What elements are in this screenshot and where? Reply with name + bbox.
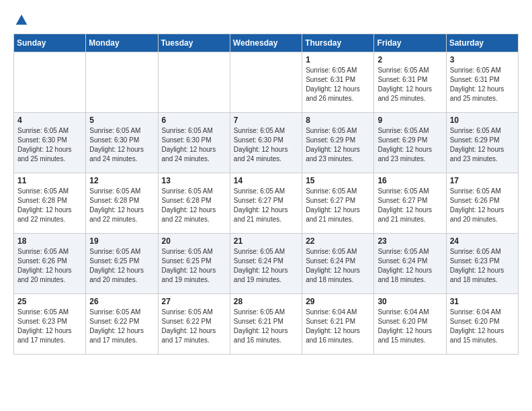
day-number: 10 <box>450 116 515 125</box>
day-cell: 23Sunrise: 6:05 AM Sunset: 6:24 PM Dayli… <box>374 234 446 294</box>
day-cell <box>230 52 302 113</box>
day-detail: Sunrise: 6:05 AM Sunset: 6:30 PM Dayligh… <box>234 126 298 164</box>
day-number: 30 <box>378 297 442 306</box>
day-detail: Sunrise: 6:04 AM Sunset: 6:20 PM Dayligh… <box>450 308 515 345</box>
day-cell: 4Sunrise: 6:05 AM Sunset: 6:30 PM Daylig… <box>14 113 86 173</box>
header-cell-wednesday: Wednesday <box>230 34 302 52</box>
day-number: 18 <box>17 236 82 246</box>
header-cell-friday: Friday <box>374 34 446 52</box>
day-number: 11 <box>17 176 82 185</box>
day-detail: Sunrise: 6:05 AM Sunset: 6:22 PM Dayligh… <box>162 308 226 345</box>
day-cell: 31Sunrise: 6:04 AM Sunset: 6:20 PM Dayli… <box>446 294 518 355</box>
day-cell: 1Sunrise: 6:05 AM Sunset: 6:31 PM Daylig… <box>302 52 374 113</box>
day-number: 22 <box>306 236 370 246</box>
day-cell: 5Sunrise: 6:05 AM Sunset: 6:30 PM Daylig… <box>86 113 158 173</box>
day-detail: Sunrise: 6:05 AM Sunset: 6:31 PM Dayligh… <box>378 66 442 103</box>
day-detail: Sunrise: 6:05 AM Sunset: 6:30 PM Dayligh… <box>89 126 154 164</box>
day-cell: 11Sunrise: 6:05 AM Sunset: 6:28 PM Dayli… <box>14 173 86 234</box>
day-cell: 6Sunrise: 6:05 AM Sunset: 6:30 PM Daylig… <box>158 113 230 173</box>
day-detail: Sunrise: 6:05 AM Sunset: 6:27 PM Dayligh… <box>234 187 298 224</box>
day-detail: Sunrise: 6:05 AM Sunset: 6:29 PM Dayligh… <box>306 126 370 164</box>
day-number: 7 <box>234 116 298 125</box>
day-detail: Sunrise: 6:05 AM Sunset: 6:28 PM Dayligh… <box>89 187 154 224</box>
day-detail: Sunrise: 6:05 AM Sunset: 6:24 PM Dayligh… <box>378 247 442 285</box>
day-number: 5 <box>89 116 154 125</box>
day-number: 6 <box>162 116 226 125</box>
day-cell: 21Sunrise: 6:05 AM Sunset: 6:24 PM Dayli… <box>230 234 302 294</box>
day-detail: Sunrise: 6:05 AM Sunset: 6:22 PM Dayligh… <box>89 308 154 345</box>
header-cell-saturday: Saturday <box>446 34 518 52</box>
day-detail: Sunrise: 6:05 AM Sunset: 6:26 PM Dayligh… <box>450 187 515 224</box>
day-detail: Sunrise: 6:05 AM Sunset: 6:26 PM Dayligh… <box>17 247 82 285</box>
day-cell: 19Sunrise: 6:05 AM Sunset: 6:25 PM Dayli… <box>86 234 158 294</box>
day-number: 3 <box>450 55 515 64</box>
calendar-table: SundayMondayTuesdayWednesdayThursdayFrid… <box>13 34 519 355</box>
week-row-2: 4Sunrise: 6:05 AM Sunset: 6:30 PM Daylig… <box>14 113 519 173</box>
day-cell: 17Sunrise: 6:05 AM Sunset: 6:26 PM Dayli… <box>446 173 518 234</box>
day-cell: 26Sunrise: 6:05 AM Sunset: 6:22 PM Dayli… <box>86 294 158 355</box>
day-cell: 13Sunrise: 6:05 AM Sunset: 6:28 PM Dayli… <box>158 173 230 234</box>
day-detail: Sunrise: 6:05 AM Sunset: 6:28 PM Dayligh… <box>162 187 226 224</box>
day-number: 24 <box>450 236 515 246</box>
week-row-3: 11Sunrise: 6:05 AM Sunset: 6:28 PM Dayli… <box>14 173 519 234</box>
week-row-1: 1Sunrise: 6:05 AM Sunset: 6:31 PM Daylig… <box>14 52 519 113</box>
day-number: 19 <box>89 236 154 246</box>
day-number: 8 <box>306 116 370 125</box>
day-number: 26 <box>89 297 154 306</box>
calendar-body: 1Sunrise: 6:05 AM Sunset: 6:31 PM Daylig… <box>14 52 519 355</box>
header-cell-sunday: Sunday <box>14 34 86 52</box>
day-detail: Sunrise: 6:05 AM Sunset: 6:21 PM Dayligh… <box>234 308 298 345</box>
day-detail: Sunrise: 6:05 AM Sunset: 6:25 PM Dayligh… <box>162 247 226 285</box>
day-number: 25 <box>17 297 82 306</box>
day-number: 16 <box>378 176 442 185</box>
svg-marker-0 <box>16 15 28 25</box>
day-cell: 14Sunrise: 6:05 AM Sunset: 6:27 PM Dayli… <box>230 173 302 234</box>
day-detail: Sunrise: 6:05 AM Sunset: 6:24 PM Dayligh… <box>234 247 298 285</box>
week-row-5: 25Sunrise: 6:05 AM Sunset: 6:23 PM Dayli… <box>14 294 519 355</box>
day-detail: Sunrise: 6:05 AM Sunset: 6:23 PM Dayligh… <box>17 308 82 345</box>
day-detail: Sunrise: 6:05 AM Sunset: 6:28 PM Dayligh… <box>17 187 82 224</box>
day-detail: Sunrise: 6:05 AM Sunset: 6:24 PM Dayligh… <box>306 247 370 285</box>
day-cell: 3Sunrise: 6:05 AM Sunset: 6:31 PM Daylig… <box>446 52 518 113</box>
day-detail: Sunrise: 6:04 AM Sunset: 6:21 PM Dayligh… <box>306 308 370 345</box>
day-cell <box>158 52 230 113</box>
header-cell-monday: Monday <box>86 34 158 52</box>
day-cell: 24Sunrise: 6:05 AM Sunset: 6:23 PM Dayli… <box>446 234 518 294</box>
logo-icon <box>15 13 28 27</box>
day-detail: Sunrise: 6:05 AM Sunset: 6:30 PM Dayligh… <box>162 126 226 164</box>
day-cell: 22Sunrise: 6:05 AM Sunset: 6:24 PM Dayli… <box>302 234 374 294</box>
week-row-4: 18Sunrise: 6:05 AM Sunset: 6:26 PM Dayli… <box>14 234 519 294</box>
logo <box>13 13 28 27</box>
day-number: 31 <box>450 297 515 306</box>
day-cell: 18Sunrise: 6:05 AM Sunset: 6:26 PM Dayli… <box>14 234 86 294</box>
day-number: 2 <box>378 55 442 64</box>
day-number: 13 <box>162 176 226 185</box>
header-row: SundayMondayTuesdayWednesdayThursdayFrid… <box>14 34 519 52</box>
day-detail: Sunrise: 6:05 AM Sunset: 6:30 PM Dayligh… <box>17 126 82 164</box>
day-cell: 20Sunrise: 6:05 AM Sunset: 6:25 PM Dayli… <box>158 234 230 294</box>
day-cell: 27Sunrise: 6:05 AM Sunset: 6:22 PM Dayli… <box>158 294 230 355</box>
day-number: 9 <box>378 116 442 125</box>
day-number: 17 <box>450 176 515 185</box>
day-detail: Sunrise: 6:05 AM Sunset: 6:25 PM Dayligh… <box>89 247 154 285</box>
day-cell: 30Sunrise: 6:04 AM Sunset: 6:20 PM Dayli… <box>374 294 446 355</box>
day-number: 27 <box>162 297 226 306</box>
day-cell: 16Sunrise: 6:05 AM Sunset: 6:27 PM Dayli… <box>374 173 446 234</box>
day-cell: 25Sunrise: 6:05 AM Sunset: 6:23 PM Dayli… <box>14 294 86 355</box>
day-detail: Sunrise: 6:05 AM Sunset: 6:23 PM Dayligh… <box>450 247 515 285</box>
header-cell-thursday: Thursday <box>302 34 374 52</box>
day-number: 29 <box>306 297 370 306</box>
day-number: 20 <box>162 236 226 246</box>
day-cell <box>14 52 86 113</box>
day-number: 14 <box>234 176 298 185</box>
day-cell: 15Sunrise: 6:05 AM Sunset: 6:27 PM Dayli… <box>302 173 374 234</box>
day-detail: Sunrise: 6:05 AM Sunset: 6:31 PM Dayligh… <box>450 66 515 103</box>
day-number: 12 <box>89 176 154 185</box>
day-detail: Sunrise: 6:05 AM Sunset: 6:29 PM Dayligh… <box>450 126 515 164</box>
day-cell: 2Sunrise: 6:05 AM Sunset: 6:31 PM Daylig… <box>374 52 446 113</box>
day-number: 15 <box>306 176 370 185</box>
day-cell: 28Sunrise: 6:05 AM Sunset: 6:21 PM Dayli… <box>230 294 302 355</box>
day-number: 21 <box>234 236 298 246</box>
header-cell-tuesday: Tuesday <box>158 34 230 52</box>
day-number: 28 <box>234 297 298 306</box>
